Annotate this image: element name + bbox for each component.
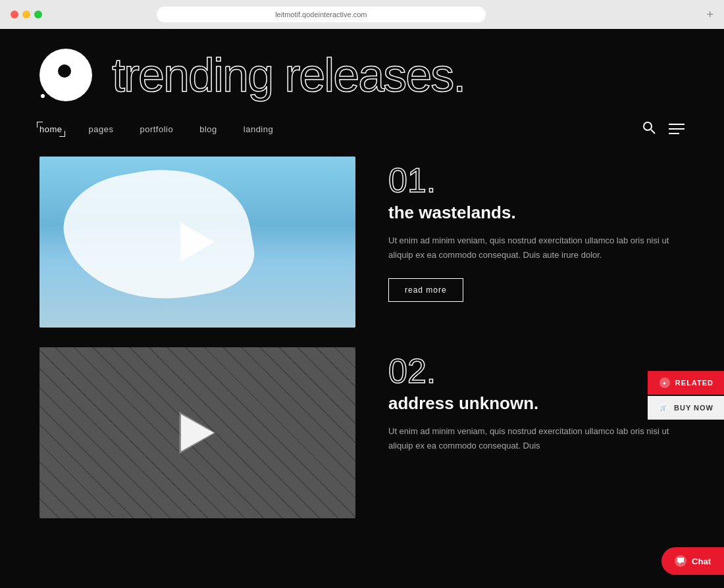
- cart-icon: 🛒: [658, 403, 669, 413]
- logo-dot: [41, 94, 45, 98]
- browser-chrome: leitmotif.qodeinteractive.com +: [0, 0, 724, 29]
- chat-button[interactable]: Chat: [661, 547, 724, 575]
- main-nav: home pages portfolio blog landing: [0, 114, 724, 143]
- content-text-1: 01. the wastelands. Ut enim ad minim ven…: [388, 157, 685, 302]
- menu-line-1: [669, 124, 685, 125]
- item-title-1: the wastelands.: [388, 203, 685, 223]
- url-text: leitmotif.qodeinteractive.com: [275, 11, 367, 18]
- buy-now-button[interactable]: 🛒 BUY NOW: [648, 396, 724, 420]
- related-icon: ●: [659, 378, 670, 388]
- svg-line-1: [651, 130, 655, 134]
- main-content: 01. the wastelands. Ut enim ad minim ven…: [0, 143, 724, 531]
- item-title-2: address unknown.: [388, 393, 685, 414]
- chat-icon: [675, 555, 686, 567]
- nav-item-portfolio[interactable]: portfolio: [140, 124, 173, 134]
- logo[interactable]: [39, 49, 92, 101]
- content-row-2: 02. address unknown. Ut enim ad minim ve…: [39, 347, 685, 518]
- video-thumbnail-2[interactable]: [39, 347, 355, 518]
- search-icon[interactable]: [642, 121, 656, 137]
- site-title: trending releases.: [112, 51, 465, 99]
- svg-point-0: [644, 122, 652, 130]
- hamburger-icon[interactable]: [669, 124, 685, 134]
- minimize-button[interactable]: [22, 11, 30, 18]
- play-button-2[interactable]: [181, 414, 214, 451]
- content-text-2: 02. address unknown. Ut enim ad minim ve…: [388, 347, 685, 469]
- nav-item-home[interactable]: home: [39, 124, 63, 134]
- related-label: RELATED: [675, 379, 713, 387]
- buy-now-label: BUY NOW: [674, 404, 713, 412]
- nav-item-blog[interactable]: blog: [199, 124, 217, 134]
- traffic-lights: [11, 11, 42, 18]
- item-desc-1: Ut enim ad minim veniam, quis nostrud ex…: [388, 233, 685, 262]
- chat-label: Chat: [692, 556, 711, 566]
- play-button-1[interactable]: [181, 224, 214, 260]
- menu-line-3: [669, 133, 679, 134]
- new-tab-button[interactable]: +: [706, 8, 713, 22]
- read-more-button-1[interactable]: read more: [388, 278, 463, 302]
- item-number-2: 02.: [388, 354, 685, 388]
- item-desc-2: Ut enim ad minim veniam, quis nostrud ex…: [388, 424, 685, 453]
- side-buttons: ● RELATED 🛒 BUY NOW: [648, 371, 724, 420]
- item-number-1: 01.: [388, 163, 685, 197]
- logo-inner-circle: [58, 64, 71, 78]
- website: trending releases. home pages portfolio …: [0, 29, 724, 588]
- nav-links: home pages portfolio blog landing: [39, 124, 273, 134]
- related-button[interactable]: ● RELATED: [648, 371, 724, 395]
- address-bar[interactable]: leitmotif.qodeinteractive.com: [157, 7, 486, 22]
- maximize-button[interactable]: [34, 11, 42, 18]
- nav-right: [642, 121, 685, 137]
- video-thumbnail-1[interactable]: [39, 157, 355, 328]
- site-header: trending releases.: [0, 29, 724, 114]
- close-button[interactable]: [11, 11, 18, 18]
- content-row-1: 01. the wastelands. Ut enim ad minim ven…: [39, 157, 685, 328]
- menu-line-2: [669, 128, 685, 130]
- nav-item-landing[interactable]: landing: [244, 124, 273, 134]
- nav-item-pages[interactable]: pages: [89, 124, 114, 134]
- fabric-shape: [56, 157, 260, 316]
